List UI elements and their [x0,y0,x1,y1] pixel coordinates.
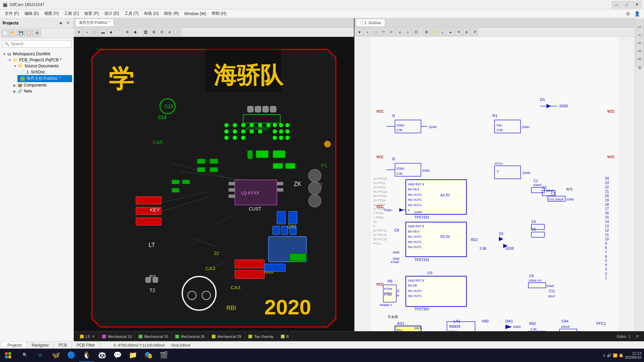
编辑-btn[interactable]: 编 [636,36,644,43]
layer-mech15[interactable]: Mechanical 15 [135,331,172,341]
nav-tab-projects[interactable]: Projects [3,342,27,349]
param-tool[interactable]: ⊟ [158,28,165,36]
settings-sidebar-btn[interactable]: ⚙ [34,29,41,37]
new-project-btn[interactable]: 📄 [1,29,9,37]
nav-tab-pcb-filter[interactable]: PCB Filter [72,342,100,349]
menu-file[interactable]: 文件 (F) [2,10,22,17]
tree-components[interactable]: ▶ 📦 Components [12,82,72,88]
rect2-tool[interactable]: ▬ [99,28,107,36]
menu-project[interactable]: 工程 (C) [61,10,82,17]
layer-b[interactable]: B [277,331,292,341]
taskbar-app8[interactable]: 🎬 [156,349,171,362]
sch-rect-tool[interactable]: □ [372,28,379,36]
pcb-active-tab[interactable]: 海乔主控.PcbDoc * [75,19,114,27]
taskbar-app4[interactable]: 🐼 [95,349,109,362]
search-input[interactable] [11,42,58,46]
line-tool[interactable]: / [174,28,181,36]
user-icon[interactable]: 👤 [632,11,642,16]
taskbar-app1[interactable]: 🦋 [48,349,63,362]
sch-junction-tool[interactable]: ● [447,28,454,36]
tree-nets[interactable]: ▶ 🔗 Nets [12,88,72,94]
menu-report[interactable]: 报告 (R) [161,10,181,17]
辑-btn[interactable]: 辑 [636,44,644,51]
start-button[interactable] [0,349,16,362]
table-tool[interactable]: ⊞ [150,28,157,36]
layer-mech13[interactable]: Mechanical 13 [99,331,135,341]
sch-noconn-tool[interactable]: ✕ [455,28,462,36]
open-btn[interactable]: 📂 [9,29,17,37]
menu-view[interactable]: 视图 (V) [42,10,61,17]
sch-add-tool[interactable]: + [364,28,371,36]
sch-view-area[interactable]: VCC VCC VCC VCC VCC VCC D1 |GND I1 [355,37,635,331]
arc-tool[interactable]: ⌒ [115,28,123,36]
taskbar-cortana[interactable]: ◎ [33,349,48,362]
save-btn[interactable]: 💾 [17,29,25,37]
layer-ls[interactable]: LS ▼ [76,331,99,341]
tray-network-icon[interactable]: 🔊 [607,353,611,358]
menu-window[interactable]: Window (W) [181,10,209,17]
合-btn[interactable]: 合 [636,27,644,35]
sch-note-tool[interactable]: ↺ [471,28,478,36]
taskbar-app3[interactable]: 🐧 [79,349,94,362]
sidebar-toggle-icon[interactable]: ◀ [57,20,63,26]
add-tool[interactable]: + [83,28,91,36]
merge-tool[interactable]: ⊕ [123,28,131,36]
fill-tool[interactable]: ■ [107,28,115,36]
nav-tab-pcb[interactable]: PCB [54,342,72,349]
filter-tool[interactable]: ▼ [75,28,83,36]
tray-volume-icon[interactable]: 📶 [613,353,618,358]
search-box[interactable]: 🔍 [2,40,71,48]
sch-port-tool[interactable]: ⊡ [412,28,420,36]
menu-help[interactable]: 帮助 (H) [209,10,229,17]
minimize-button[interactable]: — [612,1,621,8]
pcb-view-area[interactable]: 学 海骄队 2020 V5.3 knd5j1r LQ KYXX [74,37,354,331]
taskbar-app6[interactable]: 📁 [125,349,140,362]
tree-schematic[interactable]: 📄 1 .SchDoc [17,69,72,75]
taskbar-search[interactable]: 🔍 [17,349,32,362]
image-tool[interactable]: 🖼 [142,28,149,36]
sch-comp-tool[interactable]: ⊞ [423,28,430,36]
taskbar-app5[interactable]: 💬 [110,349,125,362]
rect-tool[interactable]: □ [91,28,99,36]
tree-source-docs[interactable]: ▼ 📁 Source Documents [12,63,72,69]
close-button[interactable]: ✕ [632,1,641,8]
tree-workspace[interactable]: ▼ 🗂 Workspace1.DsnWrk [1,51,72,57]
sch-wire-tool[interactable]: ⊢ [380,28,387,36]
menu-design[interactable]: 设计 (D) [102,10,122,17]
menu-edit[interactable]: 编辑 (E) [22,10,42,17]
maximize-button[interactable]: □ [622,1,631,8]
sch-harness-tool[interactable]: ⊥ [404,28,412,36]
保存-btn[interactable]: 保 [636,52,644,59]
menu-route[interactable]: 布线 (U) [141,10,161,17]
sch-net-tool[interactable]: ≡ [396,28,404,36]
sidebar-close-icon[interactable]: ✕ [65,20,71,26]
menu-tools[interactable]: 工具 (T) [122,10,142,17]
pin-tool[interactable]: ◆ [131,28,139,36]
taskbar-app7[interactable]: 🎭 [141,349,156,362]
综合-btn[interactable]: 综 [636,19,644,27]
存-btn[interactable]: 存 [636,60,644,67]
settings-icon[interactable]: ⚙ [624,11,632,16]
save-all-btn[interactable]: 📋 [25,29,33,37]
sch-bus-tool[interactable]: ⊩ [388,28,395,36]
layer-top-overlay[interactable]: Top Overlay [245,331,277,341]
sch-filter-tool[interactable]: ▼ [356,28,363,36]
layer-ls-arrow[interactable]: ▼ [92,335,95,338]
sch-text-tool[interactable]: A [463,28,470,36]
tray-battery-icon[interactable]: 🔔 [619,353,624,358]
taskbar-clock[interactable]: 11:13 2019/8/10 [625,351,641,359]
tray-up-icon[interactable]: ∧ [603,353,605,358]
nav-tab-navigator[interactable]: Navigator [27,342,54,349]
layer-mech26[interactable]: Mechanical 26 [172,331,208,341]
sch-active-tab[interactable]: 📄 1 .SchDoc [356,19,385,27]
layer-mech29[interactable]: Mechanical 29 [208,331,245,341]
text-tool[interactable]: A [166,28,173,36]
sch-gnd-tool[interactable]: ⏚ [439,28,446,36]
window-controls[interactable]: — □ ✕ [612,1,641,8]
sch-power-tool[interactable]: ⚡ [431,28,438,36]
taskbar-app2[interactable]: 🔵 [64,349,78,362]
tree-pcb[interactable]: 🟩 海乔主控.PcbDoc * [17,75,72,82]
tree-project[interactable]: ▼ 📁 PCB_Project1.PrjPCB * [7,57,72,63]
sidebar-header-icons[interactable]: ◀ ✕ [57,20,71,26]
menu-place[interactable]: 放置 (P) [82,10,101,17]
